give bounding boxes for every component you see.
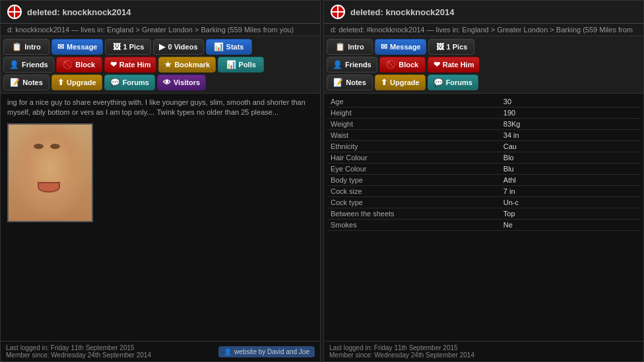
rate-icon: ❤	[110, 60, 117, 69]
left-content: ing for a nice guy to share everything w…	[1, 94, 320, 341]
right-toolbar: 📋 Intro ✉ Message 🖼 1 Pics 👤 Friends 🚫 B…	[324, 36, 643, 94]
profile-bio: ing for a nice guy to share everything w…	[5, 98, 316, 118]
pics-button-r[interactable]: 🖼 1 Pics	[428, 39, 474, 55]
member-since: Member since: Wednesday 24th September 2…	[6, 351, 151, 359]
stat-value: Un-c	[499, 197, 641, 208]
stat-row: Cock size7 in	[327, 186, 641, 197]
friends-icon-r: 👤	[333, 60, 342, 69]
message-icon: ✉	[57, 42, 64, 51]
england-flag-icon-right	[331, 5, 345, 19]
notes-button-r[interactable]: 📝 Notes	[327, 75, 373, 90]
polls-icon: 📊	[226, 60, 236, 69]
intro-button[interactable]: 📋 Intro	[3, 39, 49, 55]
friends-icon: 👤	[9, 60, 19, 69]
stat-value: 190	[499, 107, 641, 119]
person-icon: 👤	[224, 348, 232, 355]
friends-button[interactable]: 👤 Friends	[3, 57, 54, 73]
notes-icon: 📝	[10, 78, 20, 87]
stat-label: Age	[327, 96, 499, 107]
stat-row: Body typeAthl	[327, 175, 641, 186]
footer-login-info: Last logged in: Friday 11th September 20…	[6, 344, 151, 359]
stat-value: Ne	[499, 220, 641, 231]
intro-icon: 📋	[12, 42, 22, 51]
right-header: deleted: knockknock2014	[324, 1, 643, 24]
stat-row: Eye ColourBlu	[327, 164, 641, 175]
forums-icon-r: 💬	[434, 78, 443, 87]
stat-row: Hair ColourBlo	[327, 152, 641, 164]
stat-label: Weight	[327, 119, 499, 130]
left-footer: Last logged in: Friday 11th September 20…	[1, 341, 320, 361]
left-header: deleted: knockknock2014	[1, 1, 320, 24]
stat-label: Height	[327, 107, 499, 119]
stats-icon: 📊	[214, 42, 224, 51]
stat-row: Weight83Kg	[327, 119, 641, 130]
face-image	[9, 125, 92, 221]
stat-value: Athl	[499, 175, 641, 186]
stat-value: Blo	[499, 152, 641, 164]
website-credit[interactable]: 👤 website by David and Joe	[218, 346, 315, 357]
left-title: deleted: knockknock2014	[27, 7, 131, 17]
stat-label: Cock size	[327, 186, 499, 197]
stat-label: Cock type	[327, 197, 499, 208]
stat-row: Between the sheetsTop	[327, 208, 641, 220]
bookmark-button[interactable]: ★ Bookmark	[158, 57, 216, 73]
stat-row: SmokesNe	[327, 220, 641, 231]
upgrade-button-r[interactable]: ⬆ Upgrade	[375, 75, 426, 90]
pics-button[interactable]: 🖼 1 Pics	[105, 39, 151, 55]
right-footer: Last logged in: Friday 11th September 20…	[324, 341, 643, 361]
visitors-icon: 👁	[163, 78, 171, 87]
stat-value: 34 in	[499, 130, 641, 141]
right-toolbar-row-2: 👤 Friends 🚫 Block ❤ Rate Him	[327, 57, 641, 73]
rate-button[interactable]: ❤ Rate Him	[104, 57, 157, 73]
upgrade-button[interactable]: ⬆ Upgrade	[51, 75, 102, 90]
stats-button[interactable]: 📊 Stats	[206, 39, 252, 55]
upgrade-icon: ⬆	[57, 78, 64, 87]
message-icon-r: ✉	[381, 42, 387, 51]
right-title: deleted: knockknock2014	[350, 7, 455, 17]
last-logged-in: Last logged in: Friday 11th September 20…	[6, 344, 151, 351]
right-location: d: deleted: #knockknock2014 — lives in: …	[324, 24, 643, 36]
polls-button[interactable]: 📊 Polls	[218, 57, 264, 73]
stat-row: EthnicityCau	[327, 141, 641, 152]
message-button[interactable]: ✉ Message	[51, 39, 103, 55]
stat-value: 30	[499, 96, 641, 107]
videos-icon: ▶	[159, 42, 165, 51]
england-flag-icon-left	[7, 5, 22, 19]
rate-button-r[interactable]: ❤ Rate Him	[428, 57, 480, 73]
toolbar-row-3: 📝 Notes ⬆ Upgrade 💬 Forums 👁 Visitors	[3, 75, 317, 90]
forums-icon: 💬	[110, 78, 120, 87]
visitors-button[interactable]: 👁 Visitors	[157, 75, 206, 90]
stat-label: Ethnicity	[327, 141, 499, 152]
stat-label: Between the sheets	[327, 208, 499, 220]
notes-button[interactable]: 📝 Notes	[3, 75, 49, 90]
forums-button-r[interactable]: 💬 Forums	[428, 75, 478, 90]
stat-row: Height190	[327, 107, 641, 119]
stats-table: Age30Height190Weight83KgWaist34 inEthnic…	[327, 96, 641, 231]
right-last-logged-in: Last logged in: Friday 11th September 20…	[329, 344, 474, 351]
block-button[interactable]: 🚫 Block	[56, 57, 102, 73]
website-label: website by David and Joe	[234, 348, 309, 355]
pics-icon: 🖼	[113, 42, 121, 51]
left-toolbar: 📋 Intro ✉ Message 🖼 1 Pics ▶ 0 Videos 📊 …	[1, 36, 320, 94]
friends-button-r[interactable]: 👤 Friends	[327, 57, 377, 73]
intro-button-r[interactable]: 📋 Intro	[327, 39, 373, 55]
block-icon-r: 🚫	[386, 60, 396, 69]
notes-icon-r: 📝	[333, 78, 343, 87]
stat-label: Body type	[327, 175, 499, 186]
left-panel: deleted: knockknock2014 d: knockknock201…	[0, 0, 321, 362]
videos-button[interactable]: ▶ 0 Videos	[153, 39, 203, 55]
right-toolbar-row-3: 📝 Notes ⬆ Upgrade 💬 Forums	[327, 75, 641, 90]
right-footer-info: Last logged in: Friday 11th September 20…	[329, 344, 474, 359]
right-member-since: Member since: Wednesday 24th September 2…	[329, 351, 474, 359]
message-button-r[interactable]: ✉ Message	[375, 39, 426, 55]
rate-icon-r: ❤	[434, 60, 440, 69]
stat-value: Top	[499, 208, 641, 220]
upgrade-icon-r: ⬆	[381, 78, 387, 87]
left-location: d: knockknock2014 — lives in: England > …	[1, 24, 320, 36]
forums-button[interactable]: 💬 Forums	[104, 75, 155, 90]
intro-icon-r: 📋	[335, 42, 345, 51]
stat-label: Waist	[327, 130, 499, 141]
block-button-r[interactable]: 🚫 Block	[379, 57, 426, 73]
toolbar-row-2: 👤 Friends 🚫 Block ❤ Rate Him ★ Bookmark …	[3, 57, 317, 73]
pics-icon-r: 🖼	[436, 42, 444, 51]
